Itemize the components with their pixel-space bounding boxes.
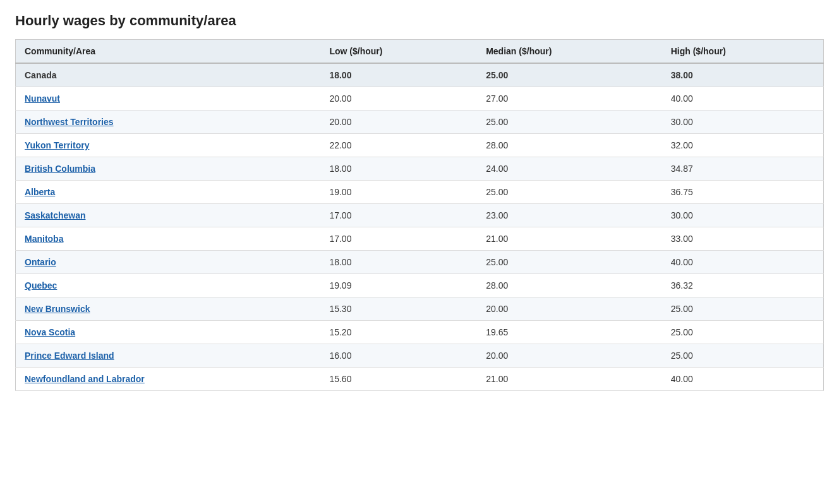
cell-median: 21.00 (477, 227, 662, 251)
table-row: Manitoba17.0021.0033.00 (16, 227, 824, 251)
cell-median: 20.00 (477, 344, 662, 368)
cell-median: 25.00 (477, 111, 662, 134)
table-row: Ontario18.0025.0040.00 (16, 251, 824, 274)
cell-high: 36.75 (662, 181, 824, 204)
cell-low: 18.00 (320, 63, 477, 87)
cell-high: 30.00 (662, 111, 824, 134)
cell-low: 19.00 (320, 181, 477, 204)
cell-median: 27.00 (477, 87, 662, 111)
cell-low: 20.00 (320, 111, 477, 134)
table-row: Prince Edward Island16.0020.0025.00 (16, 344, 824, 368)
table-row: Saskatchewan17.0023.0030.00 (16, 204, 824, 227)
table-row: Alberta19.0025.0036.75 (16, 181, 824, 204)
community-link[interactable]: Northwest Territories (25, 117, 114, 127)
table-row: Nunavut20.0027.0040.00 (16, 87, 824, 111)
community-link[interactable]: New Brunswick (25, 304, 90, 314)
cell-community[interactable]: Saskatchewan (16, 204, 321, 227)
table-row: New Brunswick15.3020.0025.00 (16, 297, 824, 321)
cell-median: 25.00 (477, 63, 662, 87)
community-link[interactable]: Alberta (25, 187, 55, 197)
cell-low: 15.20 (320, 321, 477, 344)
table-row: Quebec19.0928.0036.32 (16, 274, 824, 297)
cell-low: 16.00 (320, 344, 477, 368)
cell-community[interactable]: Yukon Territory (16, 134, 321, 157)
cell-high: 40.00 (662, 368, 824, 391)
col-header-low: Low ($/hour) (320, 40, 477, 64)
community-link[interactable]: Ontario (25, 257, 56, 267)
cell-high: 34.87 (662, 157, 824, 181)
cell-high: 40.00 (662, 87, 824, 111)
cell-low: 17.00 (320, 227, 477, 251)
table-row: Canada18.0025.0038.00 (16, 63, 824, 87)
community-link[interactable]: Nova Scotia (25, 327, 75, 337)
cell-high: 25.00 (662, 321, 824, 344)
community-link[interactable]: Quebec (25, 280, 57, 291)
cell-median: 28.00 (477, 274, 662, 297)
cell-community[interactable]: Alberta (16, 181, 321, 204)
cell-low: 17.00 (320, 204, 477, 227)
cell-community[interactable]: Newfoundland and Labrador (16, 368, 321, 391)
community-link[interactable]: Saskatchewan (25, 210, 86, 220)
cell-median: 20.00 (477, 297, 662, 321)
table-row: Yukon Territory22.0028.0032.00 (16, 134, 824, 157)
cell-high: 33.00 (662, 227, 824, 251)
cell-community[interactable]: Ontario (16, 251, 321, 274)
table-row: Newfoundland and Labrador15.6021.0040.00 (16, 368, 824, 391)
cell-median: 24.00 (477, 157, 662, 181)
cell-low: 18.00 (320, 157, 477, 181)
cell-high: 38.00 (662, 63, 824, 87)
cell-low: 22.00 (320, 134, 477, 157)
cell-community[interactable]: Nunavut (16, 87, 321, 111)
community-link[interactable]: Nunavut (25, 93, 60, 104)
cell-community[interactable]: Quebec (16, 274, 321, 297)
table-row: British Columbia18.0024.0034.87 (16, 157, 824, 181)
cell-community: Canada (16, 63, 321, 87)
cell-median: 21.00 (477, 368, 662, 391)
cell-community[interactable]: British Columbia (16, 157, 321, 181)
cell-median: 23.00 (477, 204, 662, 227)
cell-median: 25.00 (477, 181, 662, 204)
cell-low: 15.60 (320, 368, 477, 391)
cell-high: 25.00 (662, 344, 824, 368)
cell-low: 19.09 (320, 274, 477, 297)
table-header-row: Community/Area Low ($/hour) Median ($/ho… (16, 40, 824, 64)
cell-median: 28.00 (477, 134, 662, 157)
cell-high: 30.00 (662, 204, 824, 227)
cell-low: 18.00 (320, 251, 477, 274)
cell-community[interactable]: New Brunswick (16, 297, 321, 321)
table-row: Nova Scotia15.2019.6525.00 (16, 321, 824, 344)
cell-community[interactable]: Prince Edward Island (16, 344, 321, 368)
cell-high: 25.00 (662, 297, 824, 321)
cell-median: 19.65 (477, 321, 662, 344)
cell-high: 40.00 (662, 251, 824, 274)
col-header-high: High ($/hour) (662, 40, 824, 64)
cell-low: 20.00 (320, 87, 477, 111)
cell-community[interactable]: Nova Scotia (16, 321, 321, 344)
community-link[interactable]: Newfoundland and Labrador (25, 374, 145, 384)
col-header-median: Median ($/hour) (477, 40, 662, 64)
community-link[interactable]: Prince Edward Island (25, 351, 114, 361)
table-row: Northwest Territories20.0025.0030.00 (16, 111, 824, 134)
community-link[interactable]: Yukon Territory (25, 140, 89, 150)
cell-high: 32.00 (662, 134, 824, 157)
cell-high: 36.32 (662, 274, 824, 297)
col-header-community: Community/Area (16, 40, 321, 64)
wages-table: Community/Area Low ($/hour) Median ($/ho… (15, 39, 824, 391)
community-link[interactable]: Manitoba (25, 234, 63, 244)
community-link[interactable]: British Columbia (25, 164, 95, 174)
cell-community[interactable]: Manitoba (16, 227, 321, 251)
cell-community[interactable]: Northwest Territories (16, 111, 321, 134)
page-title: Hourly wages by community/area (15, 13, 824, 29)
cell-low: 15.30 (320, 297, 477, 321)
cell-median: 25.00 (477, 251, 662, 274)
